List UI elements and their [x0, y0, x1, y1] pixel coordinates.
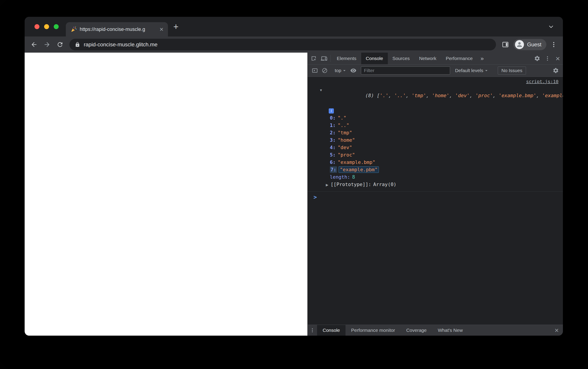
clear-console-icon[interactable] — [320, 66, 330, 75]
desktop-background: https://rapid-concise-muscle.g × + — [0, 0, 588, 369]
devtools-panel: Elements Console Sources Network Perform… — [307, 53, 563, 336]
array-index: 0: — [330, 115, 336, 121]
inspect-element-icon[interactable] — [309, 53, 319, 64]
array-value: "example.pbm" — [339, 166, 379, 173]
drawer-close-icon[interactable]: × — [550, 325, 563, 336]
console-sidebar-icon[interactable] — [310, 66, 320, 75]
tab-console[interactable]: Console — [361, 53, 388, 64]
preview-item: 'dev' — [455, 93, 470, 98]
expand-caret-icon[interactable]: ▶ — [326, 183, 328, 187]
array-value: "home" — [338, 137, 355, 143]
preview-item: 'proc' — [475, 93, 493, 98]
devtools-close-icon[interactable]: × — [553, 53, 563, 64]
address-bar[interactable]: rapid-concise-muscle.glitch.me — [70, 39, 496, 50]
array-item-row: 6:"example.bmp" — [308, 159, 563, 166]
new-tab-button[interactable]: + — [173, 22, 178, 31]
dropdown-caret-icon — [484, 68, 489, 73]
side-panel-icon[interactable] — [502, 41, 509, 48]
tab-sources[interactable]: Sources — [388, 53, 415, 64]
drawer-tab-console[interactable]: Console — [317, 325, 345, 336]
array-index: 4: — [330, 145, 336, 150]
device-toolbar-icon[interactable] — [319, 53, 329, 64]
console-toolbar: top Default levels — [308, 64, 563, 77]
array-item-row-highlighted[interactable]: 7:"example.pbm" — [308, 166, 563, 173]
browser-tab[interactable]: https://rapid-concise-muscle.g × — [66, 22, 168, 37]
drawer-tab-whats-new[interactable]: What's New — [432, 325, 468, 336]
issues-counter-button[interactable]: No Issues — [498, 66, 526, 75]
array-value: "tmp" — [338, 130, 352, 135]
devtools-tabbar: Elements Console Sources Network Perform… — [308, 53, 563, 64]
preview-item: '..' — [394, 93, 406, 98]
preview-item: 'example.pbm' — [542, 93, 563, 98]
preview-item: 'home' — [432, 93, 449, 98]
drawer-tab-performance-monitor[interactable]: Performance monitor — [345, 325, 401, 336]
tab-strip: https://rapid-concise-muscle.g × + — [25, 17, 563, 37]
browser-menu-kebab-icon[interactable] — [550, 41, 557, 48]
devtools-menu-kebab-icon[interactable] — [542, 53, 553, 64]
filter-input[interactable] — [361, 66, 450, 75]
profile-button[interactable]: Guest — [513, 39, 546, 50]
context-selector-label: top — [335, 68, 341, 73]
separator — [331, 55, 331, 62]
array-value: "proc" — [338, 152, 355, 158]
array-item-row: 5:"proc" — [308, 151, 563, 159]
settings-gear-icon[interactable] — [532, 53, 542, 64]
more-tabs-icon[interactable]: » — [477, 53, 487, 64]
array-index: 3: — [330, 137, 336, 143]
zoom-window-button[interactable] — [54, 24, 59, 29]
drawer-menu-kebab-icon[interactable] — [308, 325, 317, 336]
console-settings-gear-icon[interactable] — [551, 66, 561, 75]
drawer-tab-coverage[interactable]: Coverage — [401, 325, 432, 336]
tab-elements[interactable]: Elements — [332, 53, 361, 64]
preview-item: 'tmp' — [412, 93, 426, 98]
lock-icon[interactable] — [75, 42, 80, 47]
array-item-row: 3:"home" — [308, 136, 563, 144]
preview-separator: , — [470, 93, 475, 98]
info-hint-row: i — [308, 107, 563, 113]
array-index: 2: — [330, 130, 336, 135]
log-levels-selector[interactable]: Default levels — [453, 68, 491, 73]
window-controls — [25, 24, 64, 29]
tab-network[interactable]: Network — [415, 53, 441, 64]
console-log-entry: script.js:10 ▼(8) ['.', '..', 'tmp', 'ho… — [308, 77, 563, 192]
array-item-row: 4:"dev" — [308, 144, 563, 151]
info-icon[interactable]: i — [329, 108, 334, 113]
close-window-button[interactable] — [34, 24, 40, 29]
array-preview-row[interactable]: ▼(8) ['.', '..', 'tmp', 'home', 'dev', '… — [308, 85, 563, 106]
devtools-drawer: Console Performance monitor Coverage Wha… — [308, 325, 563, 336]
tab-performance[interactable]: Performance — [441, 53, 477, 64]
reload-button[interactable] — [56, 41, 64, 48]
prototype-value: Array(0) — [373, 182, 396, 187]
tab-title: https://rapid-concise-muscle.g — [80, 26, 155, 32]
array-length-row: length:8 — [308, 173, 563, 181]
window-content: Elements Console Sources Network Perform… — [25, 53, 563, 336]
live-expression-eye-icon[interactable] — [348, 66, 358, 75]
minimize-window-button[interactable] — [44, 24, 49, 29]
source-link[interactable]: script.js:10 — [526, 79, 559, 84]
dropdown-caret-icon — [342, 68, 347, 73]
log-levels-label: Default levels — [455, 68, 483, 73]
back-button[interactable] — [30, 41, 38, 48]
array-item-row: 0:"." — [308, 114, 563, 122]
array-item-row: 1:".." — [308, 122, 563, 129]
preview-separator: , — [536, 93, 542, 98]
browser-toolbar: rapid-concise-muscle.glitch.me Guest — [25, 37, 563, 53]
console-prompt[interactable]: > — [308, 192, 563, 200]
preview-prefix: (8) [ — [365, 93, 380, 98]
context-selector[interactable]: top — [333, 68, 348, 73]
tab-list-chevron-icon[interactable] — [548, 23, 554, 30]
collapse-caret-icon[interactable]: ▼ — [319, 87, 323, 94]
array-index: 6: — [330, 159, 336, 165]
forward-button[interactable] — [43, 41, 51, 48]
preview-separator: , — [426, 93, 432, 98]
preview-separator: , — [388, 93, 394, 98]
tab-close-icon[interactable]: × — [158, 26, 165, 33]
prototype-row[interactable]: ▶[[Prototype]]:Array(0) — [308, 181, 563, 189]
length-label: length: — [330, 174, 350, 180]
profile-label: Guest — [527, 41, 541, 48]
preview-item: 'example.bmp' — [499, 93, 536, 98]
page-viewport[interactable] — [25, 53, 307, 336]
preview-separator: , — [493, 93, 499, 98]
preview-separator: , — [406, 93, 412, 98]
array-index: 7: — [330, 166, 337, 173]
